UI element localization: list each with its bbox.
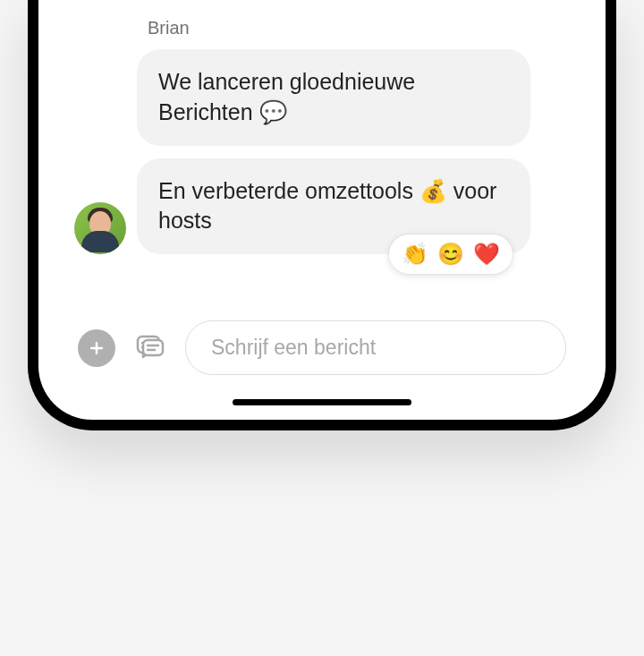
- reaction-heart[interactable]: ❤️: [473, 240, 500, 268]
- message-bubble[interactable]: We lanceren gloednieuwe Berichten 💬: [137, 49, 530, 146]
- avatar-empty-slot: [74, 94, 126, 146]
- composer-bar: [74, 320, 570, 375]
- message-row: En verbeterde omzettools 💰 voor hosts 👏 …: [74, 158, 570, 255]
- home-indicator[interactable]: [233, 399, 411, 405]
- reaction-clap[interactable]: 👏: [402, 240, 428, 268]
- phone-frame: Brian We lanceren gloednieuwe Berichten …: [28, 0, 616, 430]
- message-bubble[interactable]: En verbeterde omzettools 💰 voor hosts 👏 …: [137, 158, 530, 255]
- reactions-bar: 👏 😊 ❤️: [389, 234, 513, 274]
- plus-icon: [88, 339, 106, 357]
- svg-rect-3: [143, 340, 163, 355]
- message-input[interactable]: [185, 320, 566, 375]
- avatar-slot: [74, 202, 126, 254]
- sender-name: Brian: [148, 18, 570, 38]
- message-row: We lanceren gloednieuwe Berichten 💬: [74, 49, 570, 146]
- sender-avatar[interactable]: [74, 202, 126, 254]
- chat-templates-icon: [134, 332, 166, 364]
- message-text: En verbeterde omzettools 💰 voor hosts: [158, 178, 496, 234]
- attachment-button[interactable]: [78, 329, 115, 367]
- chat-area: Brian We lanceren gloednieuwe Berichten …: [74, 18, 570, 375]
- reaction-smile[interactable]: 😊: [437, 240, 464, 268]
- quick-reply-button[interactable]: [131, 329, 169, 367]
